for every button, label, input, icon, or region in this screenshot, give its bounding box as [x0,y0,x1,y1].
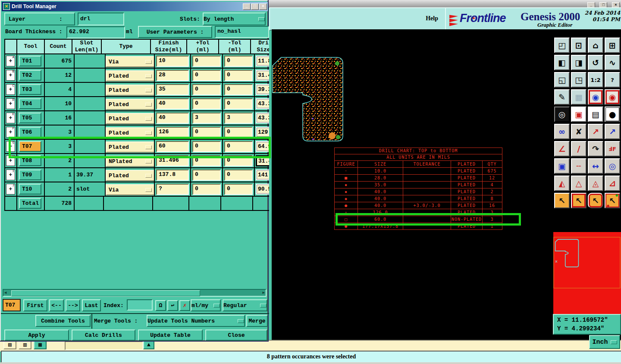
dialog-close-button[interactable]: × [259,3,267,10]
update-table-button[interactable]: Update Table [138,329,203,341]
pad-dotted-icon[interactable]: ● [605,107,620,122]
row-expand-button[interactable]: +C [6,84,15,95]
cursor-contour-icon[interactable]: ↖ [588,193,603,208]
user-parameters-button[interactable]: User Parameters : [138,26,212,38]
select-shape-icon[interactable]: ◎ [554,107,570,122]
dialog-minimize-button[interactable]: _ [243,3,251,10]
close-button[interactable]: Close [205,329,267,341]
plus-tol-input[interactable]: 3 [192,113,221,124]
measure-icon[interactable]: ▤ [588,107,603,122]
combine-tools-button[interactable]: Combine Tools [35,315,91,327]
total-button[interactable]: Total [19,198,41,209]
calc-drills-button[interactable]: Calc Drills [72,329,135,341]
tool-button[interactable]: T05 [19,113,41,123]
home-view-icon[interactable]: ⌂ [588,38,603,53]
peak-half-icon[interactable]: ◭ [554,176,570,191]
type-dropdown[interactable]: Plated [106,70,155,82]
finish-size-input[interactable]: 10 [156,56,189,67]
tile-xy-icon[interactable]: ⊞ [605,38,620,53]
rotate-icon[interactable]: ↷ [588,141,603,157]
undo-view-icon[interactable]: ↺ [588,55,603,70]
row-expand-button[interactable]: +I [6,169,15,180]
next-button[interactable]: --> [66,299,80,311]
setup-tools-icon[interactable]: ✎ [554,89,570,105]
row-expand-button[interactable]: +J [6,184,15,195]
dialog-titlebar[interactable]: ✕ Drill Tool Manager _ □ × [2,2,268,11]
pan-center-icon[interactable]: ◳ [571,72,586,88]
mini-grid-icon[interactable]: ▦ [34,341,47,349]
finish-size-input[interactable]: 40 [156,98,189,110]
clear-selection-icon[interactable]: ✗ [179,300,190,311]
finish-size-input[interactable]: 137.8 [156,169,189,181]
tool-button[interactable]: T03 [19,84,41,95]
break-line-icon[interactable]: ╌ [571,158,586,174]
plus-tol-input[interactable]: 0 [192,84,221,95]
type-dropdown[interactable]: Plated [106,113,155,124]
minus-tol-input[interactable]: 0 [224,56,253,67]
tool-button[interactable]: T06 [19,127,41,138]
units-mode-dropdown[interactable]: ml/my [191,299,221,311]
row-expand-button[interactable]: +A [6,56,15,66]
chain-select-icon[interactable]: ∞ [554,124,570,139]
cursor-icon[interactable]: ↖ [554,193,570,208]
layer-label-button[interactable]: Layer : [4,13,75,25]
help-menu[interactable]: Help [426,15,438,22]
layer-input[interactable]: drl [78,13,124,25]
finish-size-input[interactable]: 28 [156,70,189,81]
move-pad-icon[interactable]: ↗ [605,124,620,139]
zoom-fit-icon[interactable]: ◱ [554,72,570,88]
tool-button[interactable]: T04 [19,98,41,109]
finish-size-input[interactable]: 35 [156,84,189,95]
units-dropdown[interactable]: Inch [589,335,620,349]
last-button[interactable]: Last [82,299,101,311]
plus-tol-input[interactable]: 0 [192,56,221,67]
minus-tol-input[interactable]: 0 [224,184,253,195]
zoom-1-2-icon[interactable]: 1:2 [588,72,603,88]
row-expand-button[interactable]: +F [6,127,15,138]
display-mode-dropdown[interactable]: Regular [223,299,267,311]
slots-dropdown[interactable]: By length [203,13,266,25]
row-expand-button[interactable]: +D [6,98,15,109]
layers-net-b-icon[interactable]: ◉ [605,89,620,105]
scroll-right-icon[interactable]: ▶ [263,290,265,295]
first-button[interactable]: First [23,299,47,311]
highlight-icon[interactable]: Ω [155,300,166,311]
cursor-net-icon[interactable]: ↖ [605,193,620,208]
plus-tol-input[interactable]: 0 [192,98,221,110]
pcb-board[interactable] [272,37,444,166]
bottom-command-input[interactable] [65,341,143,350]
plus-tol-input[interactable]: 0 [192,169,221,181]
paste-view-icon[interactable]: ◰ [554,38,570,53]
view-next-icon[interactable]: ◨ [571,55,586,70]
screen-capture-icon[interactable]: ⊡ [571,38,586,53]
scroll-left-icon[interactable]: ◀ [4,290,6,295]
minus-tol-input[interactable]: 0 [224,169,253,181]
peak-dot-icon[interactable]: ◬ [588,176,603,191]
reshape-icon[interactable]: ▣ [571,107,586,122]
row-expand-button[interactable]: +B [6,70,15,81]
minus-tol-input[interactable]: 0 [224,84,253,95]
tool-button[interactable]: T01 [19,56,41,66]
serpentine-icon[interactable]: ∿ [605,55,620,70]
type-dropdown[interactable]: Via [106,56,155,67]
line-45-icon[interactable]: ∕ [571,141,586,157]
index-input[interactable] [127,299,153,311]
help-mode-icon[interactable]: ? [605,72,620,88]
type-dropdown[interactable]: Plated [106,170,155,181]
swap-icon[interactable]: ↩ [167,300,178,311]
board-thickness-input[interactable]: 62.992 [66,26,125,38]
mini-up-icon[interactable]: ▲ [143,341,154,349]
dialog-maximize-button[interactable]: □ [251,3,259,10]
tool-button[interactable]: T09 [19,169,41,180]
user-parameters-input[interactable]: no_hasl [215,26,269,38]
delete-icon[interactable]: ✘ [571,124,586,139]
copy-pad-icon[interactable]: ↗ [588,124,603,139]
type-dropdown[interactable]: Plated [106,99,155,110]
union-shapes-icon[interactable]: ◎ [605,158,620,174]
plus-tol-input[interactable]: 0 [192,70,221,81]
minus-tol-input[interactable]: 3 [224,113,253,124]
minus-tol-input[interactable]: 0 [224,98,253,110]
finish-size-input[interactable]: 40 [156,113,189,124]
peak-outline-icon[interactable]: △ [571,176,586,191]
copy-shape-icon[interactable]: ▣ [554,158,570,174]
